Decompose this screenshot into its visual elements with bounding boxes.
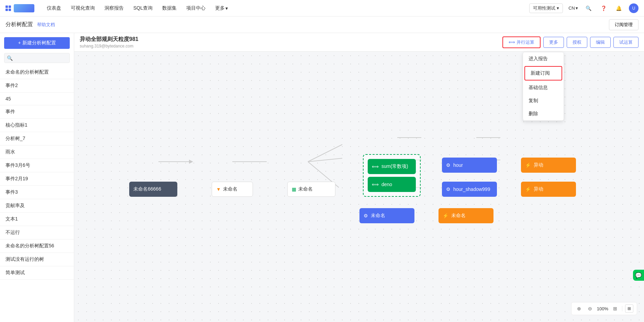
edit-button[interactable]: 编辑 <box>590 37 611 48</box>
help-docs-link[interactable]: 帮助文档 <box>37 22 55 28</box>
zoom-out-button[interactable]: ⊖ <box>586 304 594 313</box>
chevron-down-icon: ▾ <box>576 6 578 11</box>
sub-header: 分析树配置 帮助文档 订阅管理 <box>0 17 644 33</box>
node-hour-shadow[interactable]: ⚙ hour_shadow999 <box>442 182 497 197</box>
nav-project-center[interactable]: 项目中心 <box>182 3 210 13</box>
authorize-button[interactable]: 授权 <box>567 37 587 48</box>
node-hour[interactable]: ⚙ hour <box>442 158 497 173</box>
search-button[interactable]: 🔍 <box>584 3 593 13</box>
dropdown-basic-info[interactable]: 基础信息 <box>523 81 564 94</box>
lang-selector[interactable]: CN ▾ <box>568 6 578 11</box>
unnamed-blue-icon: ⚙ <box>364 213 368 218</box>
controls-divider <box>622 306 622 311</box>
sidebar-item-0[interactable]: 未命名的分析树配置 <box>0 66 74 79</box>
sidebar-item-9[interactable]: 事件3 <box>0 186 74 199</box>
new-analysis-tree-button[interactable]: + 新建分析树配置 <box>4 37 70 49</box>
subscribe-management: 订阅管理 <box>609 19 639 30</box>
nav-sql[interactable]: SQL查询 <box>129 3 157 13</box>
node-unnamed-66666[interactable]: 未命名66666 <box>129 182 177 197</box>
sidebar-item-12[interactable]: 不运行 <box>0 226 74 239</box>
node-anomaly-2[interactable]: ⚡ 异动 <box>521 182 576 197</box>
page-title: 分析树配置 <box>5 21 33 28</box>
sidebar-item-3[interactable]: 事件 <box>0 105 74 119</box>
logo-image <box>14 4 34 12</box>
node-unnamed-orange[interactable]: ⚡ 未命名 <box>438 208 493 223</box>
node-table[interactable]: ▦ 未命名 <box>287 182 335 197</box>
unnamed-orange-icon: ⚡ <box>443 213 448 218</box>
sidebar-item-13[interactable]: 未命名的分析树配置56 <box>0 239 74 253</box>
sidebar-item-4[interactable]: 核心指标1 <box>0 119 74 132</box>
dropdown-enter-report[interactable]: 进入报告 <box>523 52 564 65</box>
help-button[interactable]: ❓ <box>599 3 608 13</box>
table-icon: ▦ <box>292 186 296 192</box>
node-filter[interactable]: ▼ 未命名 <box>212 182 253 197</box>
filter-icon: ▼ <box>216 186 221 192</box>
sidebar-item-11[interactable]: 文本1 <box>0 213 74 226</box>
canvas-actions: ⟺ 并行运算 更多 进入报告 新建订阅 基础信息 复制 删除 授权 编辑 <box>502 36 639 48</box>
nav-more[interactable]: 更多 ▾ <box>211 3 232 13</box>
node-deno[interactable]: ⟺ deno <box>368 177 416 192</box>
sidebar-item-2[interactable]: 45 <box>0 93 74 105</box>
dropdown-new-subscribe[interactable]: 新建订阅 <box>524 66 562 80</box>
sidebar-item-15[interactable]: 简单测试 <box>0 266 74 280</box>
node-unnamed-blue[interactable]: ⚙ 未命名 <box>359 208 414 223</box>
sidebar-search: 🔍 <box>4 53 70 63</box>
sidebar-item-10[interactable]: 贡献率及 <box>0 199 74 213</box>
chevron-down-icon: ▾ <box>225 6 228 11</box>
parallel-run-button[interactable]: ⟺ 并行运算 <box>502 36 541 48</box>
logo-grid-icon <box>5 6 11 11</box>
deno-icon: ⟺ <box>372 182 379 187</box>
flow-diagram: 未命名66666 ▼ 未命名 ▦ 未命名 <box>95 79 576 286</box>
node-dark-label: 未命名66666 <box>129 182 177 197</box>
node-anomaly-1[interactable]: ⚡ 异动 <box>521 158 576 173</box>
notification-bubble[interactable]: 💬 <box>633 270 644 281</box>
notification-button[interactable]: 🔔 <box>614 3 623 13</box>
top-navigation: 仪表盘 可视化查询 洞察报告 SQL查询 数据集 项目中心 更多 ▾ 可用性测试… <box>0 0 644 17</box>
sidebar-item-7[interactable]: 事件3月6号 <box>0 159 74 172</box>
sidebar-item-14[interactable]: 测试没有运行的树 <box>0 253 74 266</box>
search-icon: 🔍 <box>7 55 13 61</box>
app-logo[interactable] <box>5 4 34 12</box>
dropdown-delete[interactable]: 删除 <box>523 107 564 120</box>
node-group: ⟺ sum(常数项) ⟺ deno <box>363 154 421 197</box>
canvas-title-section: 异动全部规则天粒度981 suhang.319@bytedance.com <box>80 36 138 49</box>
subscribe-management-button[interactable]: 订阅管理 <box>609 19 639 30</box>
canvas-header: 异动全部规则天粒度981 suhang.319@bytedance.com ⟺ … <box>74 33 644 52</box>
sidebar-item-8[interactable]: 事件2月19 <box>0 172 74 186</box>
anomaly-icon-2: ⚡ <box>525 186 531 192</box>
nav-dashboard[interactable]: 仪表盘 <box>43 3 65 13</box>
dropdown-menu: 进入报告 新建订阅 基础信息 复制 删除 <box>523 52 564 121</box>
bubble-icon: 💬 <box>635 272 642 279</box>
sidebar-item-5[interactable]: 分析树_7 <box>0 132 74 146</box>
nav-insights[interactable]: 洞察报告 <box>100 3 128 13</box>
trial-run-button[interactable]: 试运算 <box>613 37 639 48</box>
more-dropdown-wrapper: 更多 进入报告 新建订阅 基础信息 复制 删除 <box>543 37 564 48</box>
canvas-title: 异动全部规则天粒度981 <box>80 36 138 43</box>
canvas-controls: ⊕ ⊖ 100% ⊞ ⊞ <box>571 302 637 315</box>
zoom-in-button[interactable]: ⊕ <box>575 304 583 313</box>
hour-icon: ⚙ <box>446 162 451 168</box>
canvas-area: 异动全部规则天粒度981 suhang.319@bytedance.com ⟺ … <box>74 33 644 322</box>
top-nav-menu: 仪表盘 可视化查询 洞察报告 SQL查询 数据集 项目中心 更多 ▾ <box>43 3 529 13</box>
sidebar-item-6[interactable]: 雨水 <box>0 146 74 159</box>
anomaly-icon-1: ⚡ <box>525 162 531 168</box>
sidebar-list: 未命名的分析树配置 事件2 45 事件 核心指标1 分析树_7 雨水 事件3月6… <box>0 66 74 322</box>
topnav-right-section: 可用性测试 ▾ CN ▾ 🔍 ❓ 🔔 U <box>529 3 639 13</box>
sidebar: + 新建分析树配置 🔍 未命名的分析树配置 事件2 45 事件 核心指标1 分析… <box>0 33 74 322</box>
env-selector[interactable]: 可用性测试 ▾ <box>529 3 563 13</box>
sum-icon: ⟺ <box>372 164 379 169</box>
canvas-subtitle: suhang.319@bytedance.com <box>80 44 138 49</box>
grid-toggle-button[interactable]: ⊞ <box>625 304 633 313</box>
more-button[interactable]: 更多 <box>543 37 564 48</box>
dropdown-copy[interactable]: 复制 <box>523 94 564 107</box>
chevron-down-icon: ▾ <box>557 6 559 11</box>
nav-visual-query[interactable]: 可视化查询 <box>67 3 99 13</box>
zoom-percent: 100% <box>597 306 608 311</box>
user-avatar[interactable]: U <box>629 3 639 13</box>
node-sum[interactable]: ⟺ sum(常数项) <box>368 159 416 174</box>
fit-view-button[interactable]: ⊞ <box>611 304 619 313</box>
main-layout: + 新建分析树配置 🔍 未命名的分析树配置 事件2 45 事件 核心指标1 分析… <box>0 33 644 322</box>
nav-dataset[interactable]: 数据集 <box>158 3 181 13</box>
search-input[interactable] <box>4 53 70 63</box>
sidebar-item-1[interactable]: 事件2 <box>0 79 74 93</box>
